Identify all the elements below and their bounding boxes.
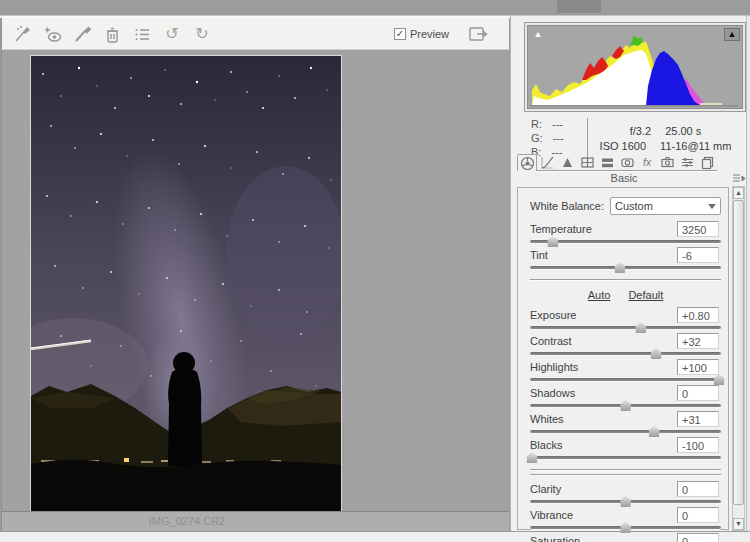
slider-clarity: Clarity 0 bbox=[530, 483, 721, 508]
slider-thumb[interactable] bbox=[620, 522, 631, 533]
slider-thumb[interactable] bbox=[649, 426, 660, 437]
g-value: --- bbox=[553, 132, 564, 144]
r-label: R: bbox=[531, 118, 542, 130]
panel-title: Basic bbox=[517, 172, 731, 187]
basic-panel-content: White Balance: Custom Temperature 3250 T… bbox=[517, 187, 729, 530]
rotate-ccw-icon[interactable]: ↺ bbox=[160, 22, 184, 46]
slider-label: Clarity bbox=[530, 483, 561, 495]
slider-thumb[interactable] bbox=[714, 374, 725, 385]
window-chrome-right bbox=[746, 16, 750, 531]
camera-raw-window: ↺ ↻ ✓ Preview bbox=[0, 0, 750, 542]
tab-camera-calibration[interactable] bbox=[657, 154, 677, 171]
slider-blacks: Blacks -100 bbox=[530, 439, 721, 464]
white-balance-label: White Balance: bbox=[530, 200, 604, 212]
tab-snapshots[interactable] bbox=[697, 154, 717, 171]
tab-presets[interactable] bbox=[677, 154, 697, 171]
slider-track[interactable] bbox=[530, 430, 721, 434]
exposure-value-input[interactable]: +0.80 bbox=[677, 307, 719, 323]
slider-thumb[interactable] bbox=[620, 400, 631, 411]
tab-split-toning[interactable] bbox=[597, 154, 617, 171]
slider-track[interactable] bbox=[530, 500, 721, 504]
white-balance-value: Custom bbox=[615, 200, 653, 212]
white-balance-select[interactable]: Custom bbox=[610, 197, 721, 215]
auto-link[interactable]: Auto bbox=[588, 289, 611, 301]
tab-detail[interactable] bbox=[557, 154, 577, 171]
tool-buttons: ↺ ↻ bbox=[2, 22, 214, 46]
slider-track[interactable] bbox=[530, 266, 721, 270]
blacks-value-input[interactable]: -100 bbox=[677, 437, 719, 453]
photo-preview[interactable] bbox=[30, 55, 342, 512]
aperture-value: f/3.2 bbox=[630, 125, 651, 137]
shutter-value: 25.00 s bbox=[665, 125, 701, 137]
slider-track[interactable] bbox=[530, 526, 721, 530]
toolbar: ↺ ↻ ✓ Preview bbox=[1, 18, 509, 50]
slider-label: Saturation bbox=[530, 535, 580, 542]
slider-track[interactable] bbox=[530, 326, 721, 330]
default-link[interactable]: Default bbox=[628, 289, 663, 301]
preview-checkbox-group[interactable]: ✓ Preview bbox=[394, 28, 449, 40]
image-canvas[interactable] bbox=[1, 50, 509, 511]
tab-tone-curve[interactable] bbox=[537, 154, 557, 171]
slider-label: Temperature bbox=[530, 223, 592, 235]
slider-label: Whites bbox=[530, 413, 564, 425]
slider-exposure: Exposure +0.80 bbox=[530, 309, 721, 334]
slider-shadows: Shadows 0 bbox=[530, 387, 721, 412]
saturation-value-input[interactable]: 0 bbox=[677, 533, 719, 542]
menu-list-icon[interactable] bbox=[130, 22, 154, 46]
scrollbar-up-icon[interactable]: ▲ bbox=[733, 187, 744, 199]
slider-thumb[interactable] bbox=[547, 236, 558, 247]
slider-track[interactable] bbox=[530, 378, 721, 382]
filename-text: IMG_0274.CR2 bbox=[31, 515, 343, 527]
slider-track[interactable] bbox=[530, 404, 721, 408]
scrollbar-thumb[interactable] bbox=[733, 200, 744, 505]
slider-label: Vibrance bbox=[530, 509, 573, 521]
whites-value-input[interactable]: +31 bbox=[677, 411, 719, 427]
slider-highlights: Highlights +100 bbox=[530, 361, 721, 386]
contrast-value-input[interactable]: +32 bbox=[677, 333, 719, 349]
temperature-value-input[interactable]: 3250 bbox=[677, 221, 719, 237]
slider-tint: Tint -6 bbox=[530, 249, 721, 274]
section-divider bbox=[530, 469, 721, 475]
slider-thumb[interactable] bbox=[635, 322, 646, 333]
window-chrome-top bbox=[0, 0, 750, 15]
shadows-value-input[interactable]: 0 bbox=[677, 385, 719, 401]
tint-value-input[interactable]: -6 bbox=[677, 247, 719, 263]
highlight-clipping-icon[interactable]: ▲ bbox=[724, 28, 740, 41]
tab-hsl-grayscale[interactable] bbox=[577, 154, 597, 171]
spot-removal-icon[interactable] bbox=[10, 22, 34, 46]
preview-label: Preview bbox=[410, 28, 449, 40]
section-divider bbox=[530, 279, 721, 281]
tab-lens-corrections[interactable] bbox=[617, 154, 637, 171]
slider-thumb[interactable] bbox=[620, 496, 631, 507]
slider-thumb[interactable] bbox=[651, 348, 662, 359]
panel-scrollbar[interactable]: ▲ ▼ bbox=[732, 186, 745, 531]
slider-thumb[interactable] bbox=[526, 452, 537, 463]
filename-bar: IMG_0274.CR2 bbox=[1, 511, 509, 531]
clarity-value-input[interactable]: 0 bbox=[677, 481, 719, 497]
slider-label: Exposure bbox=[530, 309, 576, 321]
adjustments-panel: ▲ ▲ R:--- G:--- B:--- f/3.2 25.00 s ISO … bbox=[510, 16, 746, 531]
panel-menu-icon[interactable] bbox=[731, 172, 746, 184]
tab-basic[interactable] bbox=[517, 154, 537, 171]
trash-icon[interactable] bbox=[100, 22, 124, 46]
g-label: G: bbox=[531, 132, 543, 144]
slider-saturation: Saturation 0 bbox=[530, 535, 721, 542]
slider-track[interactable] bbox=[530, 240, 721, 244]
rotate-cw-icon[interactable]: ↻ bbox=[190, 22, 214, 46]
adjustment-brush-icon[interactable] bbox=[70, 22, 94, 46]
highlights-value-input[interactable]: +100 bbox=[677, 359, 719, 375]
slider-track[interactable] bbox=[530, 352, 721, 356]
slider-thumb[interactable] bbox=[614, 262, 625, 273]
slider-label: Contrast bbox=[530, 335, 572, 347]
iso-value: ISO 1600 bbox=[600, 140, 646, 152]
tab-effects[interactable]: fx bbox=[637, 154, 657, 171]
slider-track[interactable] bbox=[530, 456, 721, 460]
red-eye-icon[interactable] bbox=[40, 22, 64, 46]
scrollbar-down-icon[interactable]: ▼ bbox=[733, 518, 744, 530]
vibrance-value-input[interactable]: 0 bbox=[677, 507, 719, 523]
slider-temperature: Temperature 3250 bbox=[530, 223, 721, 248]
preview-checkbox[interactable]: ✓ bbox=[394, 28, 406, 40]
shadow-clipping-icon[interactable]: ▲ bbox=[530, 28, 546, 41]
slider-label: Tint bbox=[530, 249, 548, 261]
toggle-fullscreen-icon[interactable] bbox=[467, 22, 491, 46]
